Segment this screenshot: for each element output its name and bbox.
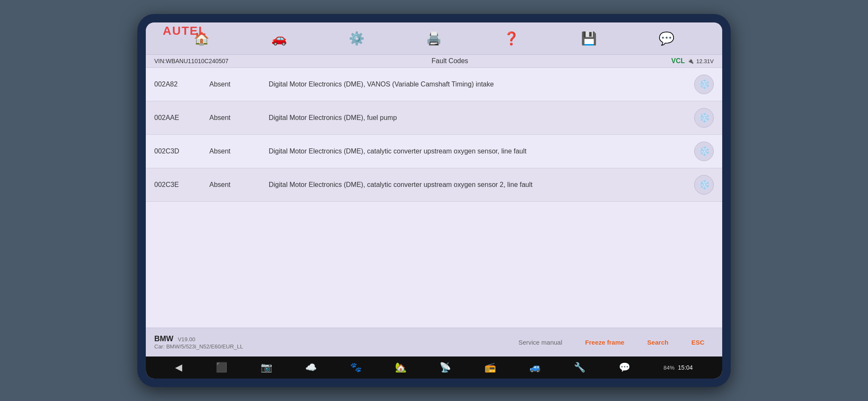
freeze-icon[interactable]: ❄️ — [694, 142, 714, 161]
fault-codes-table: 002A82 Absent Digital Motor Electronics … — [146, 68, 722, 202]
vcl-nav-icon[interactable]: 📡 — [440, 362, 451, 373]
save-icon[interactable]: 💾 — [573, 28, 605, 48]
car-version: V19.00 — [178, 336, 195, 343]
freeze-icon-cell: ❄️ — [686, 168, 722, 202]
vcl-text: VCL — [671, 57, 685, 65]
vin-label: VIN:WBANU11010C240507 — [154, 58, 228, 64]
radio-icon[interactable]: 📻 — [484, 362, 496, 373]
bottom-buttons: Service manual Freeze frame Search ESC — [509, 334, 714, 351]
table-row[interactable]: 002AAE Absent Digital Motor Electronics … — [146, 101, 722, 135]
fault-table: 002A82 Absent Digital Motor Electronics … — [146, 68, 722, 328]
service-manual-button[interactable]: Service manual — [509, 334, 571, 351]
android-nav: ◀ ⬛ 📷 ☁️ 🐾 🏡 📡 📻 🚙 🔧 💬 84% 15:04 — [146, 356, 722, 379]
battery-percent: 84% — [664, 365, 675, 371]
nav-home-icon[interactable]: ⬛ — [216, 362, 227, 373]
bottom-bar: BMW V19.00 Car: BMW/5/523i_N52/E60/EUR_L… — [146, 328, 722, 357]
car-detail: Car: BMW/5/523i_N52/E60/EUR_LL — [154, 343, 509, 350]
fault-code: 002C3D — [146, 135, 201, 168]
help-icon[interactable]: ❓ — [495, 28, 528, 48]
car-make: BMW — [154, 334, 173, 343]
fault-code: 002A82 — [146, 68, 201, 101]
status-bar: VIN:WBANU11010C240507 Fault Codes VCL 🔌 … — [146, 55, 722, 68]
fault-status: Absent — [201, 168, 260, 202]
autel-logo: AUTEL — [163, 24, 206, 38]
fault-description: Digital Motor Electronics (DME), catalyt… — [260, 168, 686, 202]
search-button[interactable]: Search — [638, 334, 678, 351]
camera-icon[interactable]: 📷 — [261, 362, 272, 373]
table-row[interactable]: 002A82 Absent Digital Motor Electronics … — [146, 68, 722, 101]
battery-voltage: 12.31V — [696, 58, 714, 64]
fault-code: 002AAE — [146, 101, 201, 135]
fault-description: Digital Motor Electronics (DME), catalyt… — [260, 135, 686, 168]
esc-button[interactable]: ESC — [682, 334, 714, 351]
freeze-icon[interactable]: ❄️ — [694, 75, 714, 94]
table-row[interactable]: 002C3D Absent Digital Motor Electronics … — [146, 135, 722, 168]
freeze-icon-cell: ❄️ — [686, 101, 722, 135]
screen: 🏠 🚗 ⚙️ 🖨️ ❓ 💾 💬 VIN:WBANU11010C240507 Fa… — [146, 22, 722, 379]
toolbar: 🏠 🚗 ⚙️ 🖨️ ❓ 💾 💬 — [146, 22, 722, 55]
freeze-icon-cell: ❄️ — [686, 68, 722, 101]
fault-code: 002C3E — [146, 168, 201, 202]
settings-nav-icon[interactable]: 🔧 — [574, 362, 585, 373]
car-info: BMW V19.00 Car: BMW/5/523i_N52/E60/EUR_L… — [154, 334, 509, 350]
clock: 15:04 — [678, 364, 693, 371]
paw-icon[interactable]: 🐾 — [350, 362, 362, 373]
freeze-icon[interactable]: ❄️ — [694, 175, 714, 195]
car-icon[interactable]: 🚗 — [263, 28, 295, 48]
device-frame: AUTEL 🏠 🚗 ⚙️ 🖨️ ❓ 💾 💬 VIN:WBANU11010C240… — [137, 14, 731, 387]
chat-nav-icon[interactable]: 💬 — [619, 362, 630, 373]
fault-status: Absent — [201, 101, 260, 135]
cloud-icon[interactable]: ☁️ — [305, 362, 317, 373]
car-make-line: BMW V19.00 — [154, 334, 509, 343]
freeze-icon[interactable]: ❄️ — [694, 108, 714, 128]
freeze-frame-button[interactable]: Freeze frame — [576, 334, 634, 351]
fault-description: Digital Motor Electronics (DME), fuel pu… — [260, 101, 686, 135]
fault-description: Digital Motor Electronics (DME), VANOS (… — [260, 68, 686, 101]
gear-icon[interactable]: ⚙️ — [340, 28, 373, 48]
car-nav-icon[interactable]: 🚙 — [529, 362, 541, 373]
freeze-icon-cell: ❄️ — [686, 135, 722, 168]
nav-status: 84% 15:04 — [664, 364, 693, 371]
fault-status: Absent — [201, 135, 260, 168]
table-row[interactable]: 002C3E Absent Digital Motor Electronics … — [146, 168, 722, 202]
house2-icon[interactable]: 🏡 — [395, 362, 406, 373]
fault-status: Absent — [201, 68, 260, 101]
back-icon[interactable]: ◀ — [175, 362, 182, 373]
print-icon[interactable]: 🖨️ — [417, 28, 450, 48]
page-title: Fault Codes — [233, 57, 667, 65]
vcl-badge: VCL 🔌 12.31V — [671, 57, 714, 65]
message-icon[interactable]: 💬 — [650, 28, 683, 48]
